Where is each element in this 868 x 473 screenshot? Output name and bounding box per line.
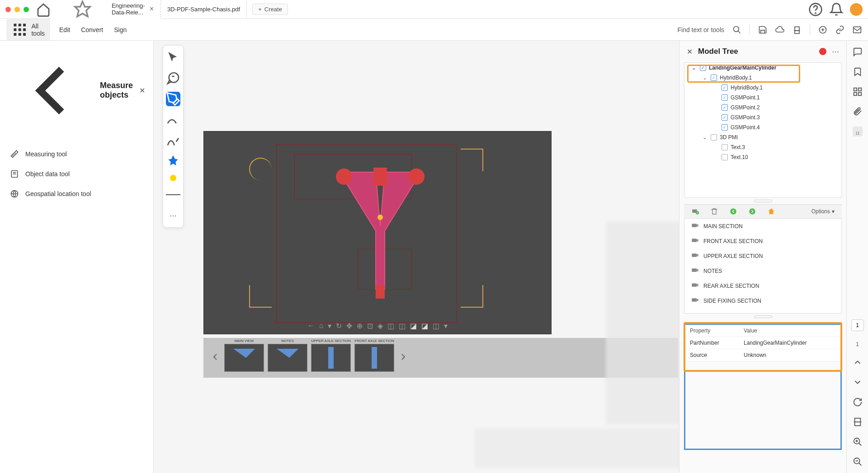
create-button[interactable]: + Create bbox=[252, 4, 288, 15]
thumbnails-icon[interactable] bbox=[853, 87, 863, 97]
tab-1-close[interactable]: ✕ bbox=[149, 5, 154, 13]
3d-viewer[interactable]: ← ⌂ ▾ ↻ ✥ ⊕ ⊡ ◈ ◫ ◫ ◪ ◪ ◫ ▾ bbox=[203, 131, 552, 334]
stroke-width-tool[interactable] bbox=[166, 187, 180, 202]
next-view-icon[interactable] bbox=[748, 207, 756, 215]
chevron-down-icon[interactable]: ⌄ bbox=[692, 65, 697, 71]
window-maximize-button[interactable] bbox=[24, 7, 29, 12]
color-picker[interactable] bbox=[170, 175, 176, 181]
ai-assist-icon[interactable] bbox=[818, 25, 827, 34]
pin-tool[interactable] bbox=[166, 154, 180, 169]
bookmark-icon[interactable] bbox=[853, 67, 863, 77]
chevron-down-icon[interactable]: ⌄ bbox=[703, 134, 708, 140]
pan-icon[interactable]: ✥ bbox=[346, 322, 352, 330]
chevron-down-icon[interactable]: ⌄ bbox=[703, 75, 708, 81]
draw-tool[interactable] bbox=[166, 112, 180, 127]
nav-back-icon[interactable]: ← bbox=[307, 322, 315, 330]
fit-icon[interactable]: ⊡ bbox=[367, 322, 373, 330]
thumb-upper-axle[interactable]: UPPER AXLE SECTION bbox=[311, 344, 351, 372]
views-options-button[interactable]: Options▾ bbox=[811, 208, 835, 215]
page-down-icon[interactable] bbox=[853, 377, 863, 387]
save-icon[interactable] bbox=[758, 25, 767, 34]
cube1-icon[interactable]: ◫ bbox=[387, 322, 394, 330]
thumb-front-axle[interactable]: FRONT AXLE SECTION bbox=[354, 344, 394, 372]
thumb-next[interactable] bbox=[398, 351, 409, 364]
render2-icon[interactable]: ◪ bbox=[421, 322, 428, 330]
prev-view-icon[interactable] bbox=[729, 207, 737, 215]
thumb-main-view[interactable]: MAIN VIEW bbox=[224, 344, 264, 372]
back-icon[interactable] bbox=[8, 48, 94, 133]
tree-item[interactable]: ✓GSMPoint.1 bbox=[684, 93, 841, 103]
checkbox-icon[interactable]: ✓ bbox=[722, 104, 728, 111]
edit-menu[interactable]: Edit bbox=[59, 26, 70, 33]
view-item[interactable]: SIDE FIXING SECTION bbox=[684, 293, 841, 308]
all-tools-button[interactable]: All tools bbox=[6, 19, 50, 40]
print-icon[interactable] bbox=[793, 25, 802, 34]
checkbox-icon[interactable]: ✓ bbox=[711, 75, 717, 81]
rotate-icon[interactable] bbox=[853, 397, 863, 407]
mail-icon[interactable] bbox=[853, 25, 862, 34]
zoom-icon[interactable]: ⊕ bbox=[357, 322, 363, 330]
checkbox-icon[interactable]: ✓ bbox=[722, 154, 728, 160]
user-avatar[interactable] bbox=[850, 3, 863, 16]
model-tree-icon[interactable] bbox=[853, 126, 863, 136]
view-item[interactable]: REAR AXLE SECTION bbox=[684, 278, 841, 293]
object-data-tool[interactable]: Object data tool bbox=[8, 164, 145, 184]
tree-item[interactable]: ✓GSMPoint.4 bbox=[684, 122, 841, 132]
left-panel-close[interactable]: ✕ bbox=[139, 86, 145, 95]
select-tool[interactable] bbox=[166, 50, 180, 65]
tree-root[interactable]: ⌄ ✓ LandingGearMainCylinder bbox=[684, 63, 841, 73]
tree-item[interactable]: ✓GSMPoint.3 bbox=[684, 112, 841, 122]
render-dropdown-icon[interactable]: ▾ bbox=[444, 322, 448, 330]
tab-1[interactable]: Engineering-Data-Rele... ✕ bbox=[51, 0, 161, 19]
window-close-button[interactable] bbox=[5, 7, 11, 12]
zoom-in-icon[interactable] bbox=[853, 437, 863, 447]
home-view-icon[interactable] bbox=[767, 207, 775, 215]
checkbox-icon[interactable]: ✓ bbox=[722, 114, 728, 121]
tab-2[interactable]: 3D-PDF-Sample-Chasis.pdf bbox=[161, 0, 247, 19]
add-view-icon[interactable]: + bbox=[691, 207, 699, 215]
link-icon[interactable] bbox=[835, 25, 844, 34]
attachment-icon[interactable] bbox=[853, 107, 863, 117]
delete-view-icon[interactable] bbox=[710, 207, 718, 215]
view-item[interactable]: UPPER AXLE SECTION bbox=[684, 248, 841, 263]
fit-width-icon[interactable] bbox=[853, 417, 863, 427]
tree-item[interactable]: ✓Text.3 bbox=[684, 142, 841, 152]
rotate-icon[interactable]: ↻ bbox=[336, 322, 342, 330]
iso-icon[interactable]: ◈ bbox=[377, 322, 383, 330]
nav-home-icon[interactable]: ⌂ bbox=[319, 322, 324, 330]
view-item[interactable]: MAIN SECTION bbox=[684, 219, 841, 234]
measuring-tool[interactable]: Measuring tool bbox=[8, 144, 145, 164]
checkbox-icon[interactable]: ✓ bbox=[711, 134, 717, 140]
checkbox-icon[interactable]: ✓ bbox=[722, 144, 728, 150]
help-icon[interactable] bbox=[808, 2, 823, 17]
more-tools[interactable]: ⋯ bbox=[166, 208, 180, 223]
tree-item[interactable]: ⌄✓HybridBody.1 bbox=[684, 73, 841, 83]
drag-handle[interactable] bbox=[679, 198, 846, 204]
thumb-prev[interactable] bbox=[210, 351, 221, 364]
signature-tool[interactable] bbox=[166, 133, 180, 148]
drag-handle[interactable] bbox=[679, 314, 846, 320]
checkbox-icon[interactable]: ✓ bbox=[722, 94, 728, 101]
window-minimize-button[interactable] bbox=[14, 7, 20, 12]
cloud-icon[interactable] bbox=[775, 25, 784, 34]
view-item[interactable]: FRONT AXLE SECTION bbox=[684, 234, 841, 248]
tree-item[interactable]: ⌄✓3D PMI bbox=[684, 132, 841, 142]
render3-icon[interactable]: ◫ bbox=[433, 322, 439, 330]
geospatial-tool[interactable]: Geospatial location tool bbox=[8, 184, 145, 204]
search-icon[interactable] bbox=[732, 25, 741, 34]
thumb-notes[interactable]: NOTES bbox=[268, 344, 307, 372]
highlight-tool[interactable] bbox=[166, 92, 180, 106]
checkbox-icon[interactable]: ✓ bbox=[700, 65, 706, 71]
bell-icon[interactable] bbox=[829, 2, 844, 17]
convert-menu[interactable]: Convert bbox=[81, 26, 103, 33]
tree-item[interactable]: ✓Text.10 bbox=[684, 152, 841, 162]
comment-tool[interactable] bbox=[166, 71, 180, 85]
sign-menu[interactable]: Sign bbox=[114, 26, 127, 33]
view-item[interactable]: NOTES bbox=[684, 263, 841, 278]
home-icon[interactable] bbox=[36, 2, 51, 17]
tree-item[interactable]: ✓HybridBody.1 bbox=[684, 83, 841, 93]
zoom-out-icon[interactable] bbox=[853, 457, 863, 467]
page-input[interactable]: 1 bbox=[851, 319, 864, 331]
render1-icon[interactable]: ◪ bbox=[410, 322, 417, 330]
model-tree-more-icon[interactable]: ⋯ bbox=[832, 47, 839, 56]
